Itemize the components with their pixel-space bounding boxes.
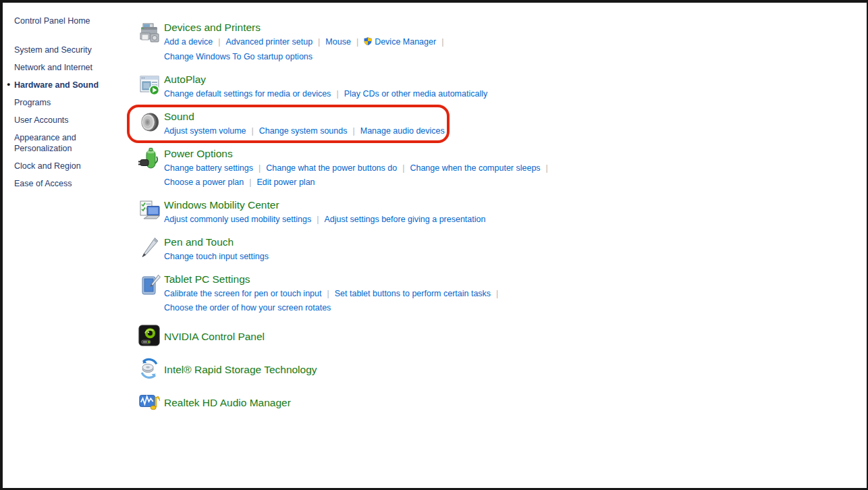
sidebar-nav-list: ● System and Security ● Network and Inte… [14, 45, 126, 189]
task-link-change-touch-input-settings[interactable]: Change touch input settings [164, 252, 269, 261]
separator: | [317, 215, 319, 224]
task-links-row: Adjust system volume|Change system sound… [164, 124, 445, 138]
task-link-label: Calibrate the screen for pen or touch in… [164, 289, 321, 298]
task-link-label: Choose the order of how your screen rota… [164, 303, 331, 312]
sidebar-item-appearance-and-personalization[interactable]: ● Appearance and Personalization [14, 132, 109, 154]
section-intel-rapid-storage-technology: Intel® Rapid Storage Technology [138, 356, 553, 383]
section-title-power-options[interactable]: Power Options [164, 146, 233, 161]
sidebar-item-label: Hardware and Sound [14, 80, 99, 90]
task-link-add-a-device[interactable]: Add a device [164, 37, 213, 47]
task-link-label: Device Manager [375, 37, 436, 47]
task-link-change-system-sounds[interactable]: Change system sounds [259, 126, 348, 136]
separator: | [249, 178, 251, 187]
task-link-label: Change Windows To Go startup options [164, 52, 313, 61]
task-link-label: Advanced printer setup [226, 37, 313, 47]
separator: | [218, 37, 220, 47]
task-link-advanced-printer-setup[interactable]: Advanced printer setup [226, 37, 313, 47]
task-link-choose-the-order-of-how-your-screen-rotates[interactable]: Choose the order of how your screen rota… [164, 303, 331, 312]
section-autoplay: AutoPlay Change default settings for med… [138, 72, 553, 101]
task-link-change-windows-to-go-startup-options[interactable]: Change Windows To Go startup options [164, 52, 313, 61]
task-link-adjust-settings-before-giving-a-presentation[interactable]: Adjust settings before giving a presenta… [324, 215, 485, 224]
separator: | [496, 289, 498, 298]
task-link-label: Change system sounds [259, 126, 348, 136]
task-link-edit-power-plan[interactable]: Edit power plan [256, 178, 315, 187]
task-link-label: Change when the computer sleeps [410, 163, 540, 173]
section-power-options: Power Options Change battery settings|Ch… [138, 146, 553, 190]
separator: | [252, 126, 254, 136]
sidebar-item-label: Network and Internet [14, 63, 92, 72]
uac-shield-icon [364, 36, 372, 50]
sidebar-item-system-and-security[interactable]: ● System and Security [14, 45, 109, 55]
task-link-label: Manage audio devices [360, 126, 445, 136]
sidebar-item-label: Appearance and Personalization [14, 133, 76, 153]
active-marker-icon: ● [7, 82, 10, 88]
mobility-center-icon[interactable] [138, 213, 162, 225]
section-windows-mobility-center: Windows Mobility Center Adjust commonly … [138, 198, 553, 227]
sidebar-item-label: Programs [14, 98, 51, 107]
task-link-play-cds-or-other-media-automatically[interactable]: Play CDs or other media automatically [344, 89, 488, 99]
section-title-pen-and-touch[interactable]: Pen and Touch [164, 235, 234, 250]
pen-icon[interactable] [138, 250, 162, 262]
task-links-row: Change default settings for media or dev… [164, 87, 487, 101]
task-link-change-default-settings-for-media-or-devices[interactable]: Change default settings for media or dev… [164, 89, 331, 99]
task-link-adjust-system-volume[interactable]: Adjust system volume [164, 126, 246, 136]
separator: | [356, 37, 358, 47]
task-link-label: Edit power plan [256, 178, 315, 187]
section-title-nvidia-control-panel[interactable]: NVIDIA Control Panel [164, 329, 265, 344]
task-link-manage-audio-devices[interactable]: Manage audio devices [360, 126, 445, 136]
task-link-label: Mouse [325, 37, 351, 47]
sidebar-item-label: Clock and Region [14, 161, 81, 171]
sidebar-item-user-accounts[interactable]: ● User Accounts [14, 115, 109, 126]
section-title-autoplay[interactable]: AutoPlay [164, 72, 206, 87]
sidebar-item-clock-and-region[interactable]: ● Clock and Region [14, 161, 109, 171]
realtek-audio-icon[interactable] [138, 390, 161, 416]
sidebar-item-network-and-internet[interactable]: ● Network and Internet [14, 62, 109, 73]
printer-icon[interactable] [138, 36, 162, 47]
task-link-label: Change touch input settings [164, 252, 269, 261]
nvidia-icon[interactable] [138, 324, 161, 350]
section-title-devices-and-printers[interactable]: Devices and Printers [164, 20, 261, 35]
task-link-label: Choose a power plan [164, 178, 244, 187]
tablet-pen-icon[interactable] [138, 288, 162, 299]
separator: | [352, 126, 354, 136]
section-title-realtek-hd-audio-manager[interactable]: Realtek HD Audio Manager [164, 396, 291, 410]
main-content: Devices and Printers Add a device|Advanc… [126, 3, 553, 488]
task-link-label: Adjust system volume [164, 126, 246, 136]
task-link-device-manager[interactable]: Device Manager [364, 37, 436, 47]
section-tablet-pc-settings: Tablet PC Settings Calibrate the screen … [138, 272, 553, 315]
task-link-set-tablet-buttons-to-perform-certain-tasks[interactable]: Set tablet buttons to perform certain ta… [335, 289, 491, 298]
section-devices-and-printers: Devices and Printers Add a device|Advanc… [138, 20, 553, 64]
speaker-icon[interactable] [138, 125, 162, 136]
task-link-label: Add a device [164, 37, 213, 47]
task-link-change-battery-settings[interactable]: Change battery settings [164, 163, 253, 173]
task-link-choose-a-power-plan[interactable]: Choose a power plan [164, 178, 244, 187]
task-link-adjust-commonly-used-mobility-settings[interactable]: Adjust commonly used mobility settings [164, 215, 311, 224]
sidebar-item-label: Ease of Access [14, 179, 72, 188]
sidebar-item-programs[interactable]: ● Programs [14, 97, 109, 108]
task-link-calibrate-the-screen-for-pen-or-touch-input[interactable]: Calibrate the screen for pen or touch in… [164, 289, 321, 298]
battery-plug-icon[interactable] [138, 162, 162, 173]
autoplay-icon[interactable] [138, 88, 162, 99]
section-title-intel-rapid-storage-technology[interactable]: Intel® Rapid Storage Technology [164, 362, 317, 377]
task-links-row: Adjust commonly used mobility settings|A… [164, 213, 485, 227]
section-title-tablet-pc-settings[interactable]: Tablet PC Settings [164, 272, 250, 287]
separator: | [259, 163, 261, 173]
section-realtek-hd-audio-manager: Realtek HD Audio Manager [138, 389, 553, 416]
sidebar-item-hardware-and-sound[interactable]: ● Hardware and Sound [14, 80, 109, 90]
section-title-sound[interactable]: Sound [164, 109, 194, 124]
task-link-label: Set tablet buttons to perform certain ta… [335, 289, 491, 298]
task-links-row: Choose the order of how your screen rota… [164, 301, 504, 315]
task-link-label: Change what the power buttons do [266, 163, 397, 173]
task-links-row: Add a device|Advanced printer setup|Mous… [164, 35, 449, 50]
section-title-windows-mobility-center[interactable]: Windows Mobility Center [164, 198, 279, 213]
task-link-label: Adjust commonly used mobility settings [164, 215, 311, 224]
task-link-change-when-the-computer-sleeps[interactable]: Change when the computer sleeps [410, 163, 540, 173]
section-nvidia-control-panel: NVIDIA Control Panel [138, 323, 553, 350]
sidebar-item-control-panel-home[interactable]: Control Panel Home [14, 16, 126, 26]
section-pen-and-touch: Pen and Touch Change touch input setting… [138, 235, 553, 264]
intel-rst-icon[interactable] [138, 357, 161, 383]
task-link-mouse[interactable]: Mouse [325, 37, 351, 47]
sidebar-item-ease-of-access[interactable]: ● Ease of Access [14, 178, 109, 189]
task-link-label: Change battery settings [164, 163, 253, 173]
task-link-change-what-the-power-buttons-do[interactable]: Change what the power buttons do [266, 163, 397, 173]
